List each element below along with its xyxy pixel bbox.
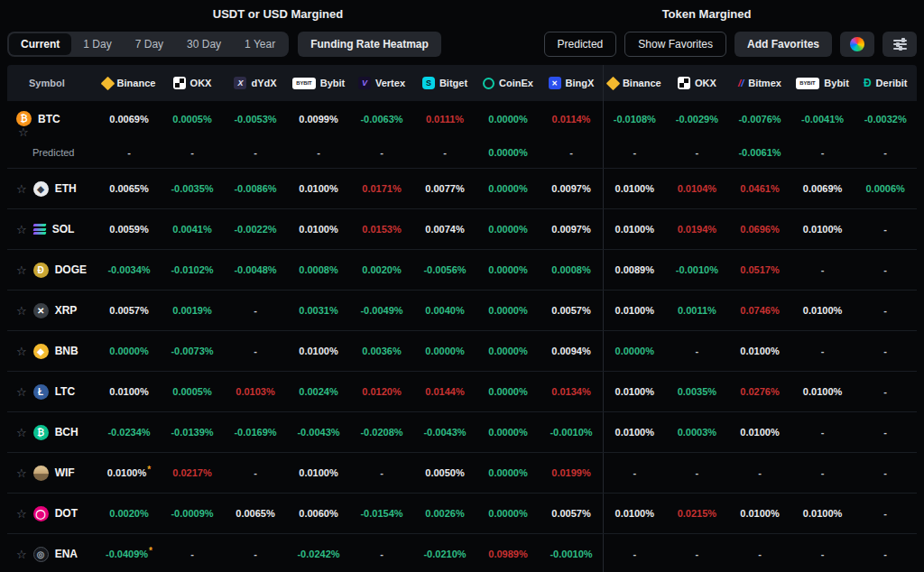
column-header-token-binance[interactable]: Binance (603, 65, 666, 101)
rate-marker-icon: * (149, 546, 152, 556)
rate-cell-coinex: 0.0000% (476, 331, 540, 371)
rate-cell-dydx: - (224, 453, 287, 493)
symbol-label: BNB (55, 345, 79, 357)
table-row-dot[interactable]: ☆◯DOT0.0020%-0.0009%0.0065%0.0060%-0.015… (7, 494, 917, 534)
table-row-btc[interactable]: ₿BTC0.0069%0.0005%-0.0053%0.0099%-0.0063… (7, 101, 917, 169)
table-row-ena[interactable]: ☆◎ENA-0.0409%*---0.0242%--0.0210%0.0989%… (7, 534, 917, 572)
rate-cell-token-deribit: -0.0032% (854, 101, 917, 136)
favorite-star-icon[interactable]: ☆ (16, 224, 27, 235)
rate-cell-token-bybit: - (791, 534, 855, 572)
rate-cell-token-deribit: - (854, 372, 917, 411)
favorite-star-icon[interactable]: ☆ (16, 508, 27, 520)
rate-cell-binance: 0.0069% (97, 101, 161, 136)
favorite-star-icon[interactable]: ☆ (16, 264, 27, 276)
column-header-usdt-bitget[interactable]: SBitget (413, 65, 476, 101)
bybit-icon: BYBIT (292, 78, 316, 89)
rate-cell-vertex: 0.0153% (350, 209, 413, 249)
column-header-label: Binance (117, 78, 156, 88)
rate-cell-bybit: -0.0043% (287, 412, 350, 452)
rate-cell-bitget: 0.0050% (413, 453, 476, 493)
rate-cell-token-deribit: - (854, 250, 917, 290)
add-favorites-button[interactable]: Add Favorites (735, 32, 832, 57)
favorite-star-icon[interactable]: ☆ (16, 467, 27, 479)
column-header-usdt-vertex[interactable]: VVertex (350, 65, 413, 101)
rate-cell-token-bybit: -0.0041% (791, 101, 855, 136)
table-row-bch[interactable]: ☆₿BCH-0.0234%-0.0139%-0.0169%-0.0043%-0.… (7, 412, 917, 453)
column-header-usdt-okx[interactable]: OKX (161, 65, 224, 101)
table-row-bnb[interactable]: ☆◆BNB0.0000%-0.0073%-0.0100%0.0036%0.000… (7, 331, 917, 372)
rate-cell-coinex: 0.0000% (476, 372, 540, 411)
symbol-label: WIF (55, 466, 75, 479)
rate-cell-okx: -0.0139% (161, 412, 224, 452)
rate-cell-token-bitmex: 0.0100% (728, 412, 791, 452)
symbol-label: XRP (55, 304, 78, 317)
column-header-usdt-bybit[interactable]: BYBITBybit (287, 65, 350, 101)
rate-cell-bingx: 0.0134% (540, 372, 603, 411)
table-row-xrp[interactable]: ☆✕XRP0.0057%0.0019%-0.0031%-0.0049%0.004… (7, 291, 917, 331)
table-row-wif[interactable]: ☆WIF0.0100%*0.0217%-0.0100%-0.0050%0.000… (7, 453, 917, 494)
column-header-label: Deribit (876, 78, 908, 88)
rate-cell-bitget: -0.0056% (413, 250, 476, 290)
favorite-star-icon[interactable]: ☆ (16, 549, 27, 560)
rate-cell-bingx: 0.0114% (540, 101, 603, 136)
tab-30-day[interactable]: 30 Day (175, 33, 233, 55)
rate-cell-token-bybit: 0.0069% (791, 169, 855, 208)
rate-cell-binance: 0.0020% (97, 494, 161, 533)
rate-cell-bybit: 0.0099% (287, 101, 350, 136)
rate-cell-predicted-token-bybit: - (791, 136, 855, 168)
favorite-star-icon[interactable]: ☆ (16, 386, 27, 398)
column-header-token-bybit[interactable]: BYBITBybit (791, 65, 855, 101)
rate-cell-token-bybit: 0.0100% (791, 372, 855, 411)
tab-1-day[interactable]: 1 Day (71, 33, 123, 55)
rate-cell-token-bitmex: 0.0517% (728, 250, 791, 290)
rate-marker-icon: * (147, 465, 151, 475)
favorite-star-icon[interactable]: ☆ (16, 346, 27, 357)
rate-cell-token-deribit: - (854, 534, 917, 572)
settings-button[interactable] (882, 32, 917, 57)
tab-7-day[interactable]: 7 Day (124, 33, 175, 55)
symbol-cell-doge: ☆ÐDOGE (7, 250, 97, 290)
column-header-usdt-bingx[interactable]: ✕BingX (540, 65, 603, 101)
tab-current[interactable]: Current (9, 33, 71, 55)
table-row-sol[interactable]: ☆SOL0.0059%0.0041%-0.0022%0.0100%0.0153%… (7, 209, 917, 250)
column-header-token-okx[interactable]: OKX (666, 65, 729, 101)
symbol-cell-bch: ☆₿BCH (7, 412, 97, 452)
usdt-margined-title: USDT or USD Margined (213, 7, 343, 21)
favorite-star-icon[interactable]: ☆ (16, 427, 27, 438)
column-header-usdt-binance[interactable]: Binance (97, 65, 161, 101)
rate-cell-token-bitmex: 0.0746% (728, 291, 791, 330)
binance-icon (100, 76, 115, 90)
column-header-usdt-coinex[interactable]: CoinEx (476, 65, 540, 101)
favorite-star-icon[interactable]: ☆ (16, 305, 27, 317)
favorite-star-icon[interactable]: ☆ (18, 126, 29, 138)
rate-cell-token-okx: 0.0011% (666, 291, 729, 330)
column-header-label: OKX (190, 78, 212, 88)
table-row-doge[interactable]: ☆ÐDOGE-0.0034%-0.0102%-0.0048%0.0008%0.0… (7, 250, 917, 291)
rate-cell-dydx: -0.0169% (224, 412, 287, 452)
rate-cell-dydx: - (224, 331, 287, 371)
rate-cell-token-okx: -0.0029% (666, 101, 729, 136)
column-header-token-deribit[interactable]: ÐDeribit (854, 65, 917, 101)
rate-cell-binance: 0.0059% (97, 209, 161, 249)
rate-cell-bybit: 0.0060% (287, 494, 350, 533)
favorite-star-icon[interactable]: ☆ (16, 183, 27, 195)
row-main-line: ₿BTC0.0069%0.0005%-0.0053%0.0099%-0.0063… (7, 101, 917, 136)
column-header-usdt-dydx[interactable]: XdYdX (224, 65, 287, 101)
table-row-ltc[interactable]: ☆ŁLTC0.0100%0.0005%0.0103%0.0024%0.0120%… (7, 372, 917, 412)
interval-tab-group: Current1 Day7 Day30 Day1 Year (7, 32, 289, 57)
column-header-token-bitmex[interactable]: //Bitmex (728, 65, 791, 101)
rate-cell-vertex: -0.0063% (350, 101, 413, 136)
rate-cell-okx: -0.0073% (161, 331, 224, 371)
xrp-icon: ✕ (33, 303, 49, 318)
bybit-icon: BYBIT (796, 78, 819, 89)
table-row-eth[interactable]: ☆◆ETH0.0065%-0.0035%-0.0086%0.0100%0.017… (7, 169, 917, 209)
color-theme-button[interactable] (840, 32, 874, 57)
rate-cell-vertex: 0.0036% (350, 331, 413, 371)
rate-cell-bitget: 0.0077% (413, 169, 476, 208)
tab-1-year[interactable]: 1 Year (233, 33, 287, 55)
toolbar-right-group: Predicted Show Favorites Add Favorites (544, 32, 917, 57)
predicted-button[interactable]: Predicted (544, 32, 617, 57)
funding-rate-heatmap-button[interactable]: Funding Rate Heatmap (298, 32, 441, 57)
symbol-label: ETH (55, 182, 77, 195)
show-favorites-button[interactable]: Show Favorites (624, 32, 726, 57)
